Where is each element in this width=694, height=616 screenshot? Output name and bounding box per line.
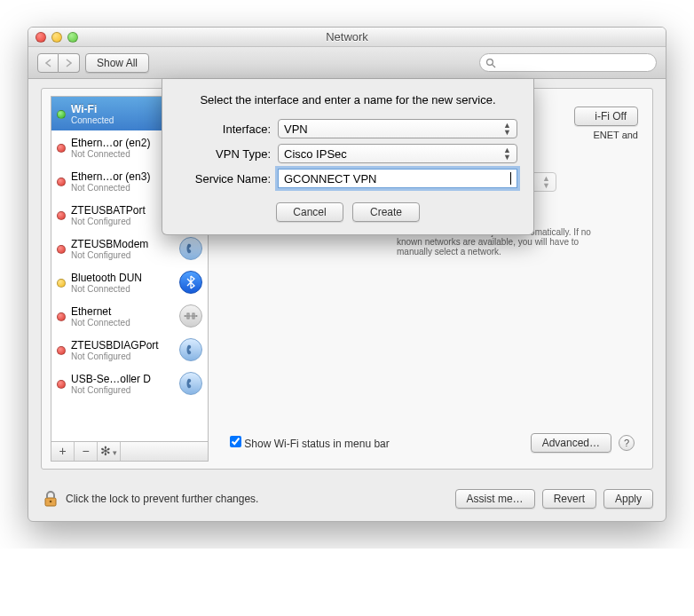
- service-name: ZTEUSBModem: [71, 238, 174, 250]
- popup-arrows-icon: ▲▼: [503, 122, 511, 136]
- service-name: Ethern…or (en2): [71, 137, 174, 149]
- status-dot-icon: [57, 380, 66, 389]
- show-status-label: Show Wi-Fi status in menu bar: [244, 438, 389, 450]
- chevron-left-icon: [44, 59, 52, 67]
- service-item-ztediag[interactable]: ZTEUSBDIAGPort Not Configured: [51, 333, 208, 367]
- text-caret-icon: [510, 172, 511, 185]
- service-list-toolbar: + − ✻: [51, 441, 208, 461]
- service-item-ethernet[interactable]: Ethernet Not Connected: [51, 299, 208, 333]
- service-status: Not Connected: [71, 284, 174, 294]
- detail-bottom-bar: Show Wi-Fi status in menu bar Advanced… …: [230, 433, 635, 453]
- svg-line-1: [493, 64, 495, 67]
- service-name-value: GCONNECT VPN: [284, 172, 377, 186]
- show-all-button[interactable]: Show All: [85, 53, 149, 73]
- service-name-input[interactable]: GCONNECT VPN: [278, 169, 517, 188]
- lock-icon: [41, 489, 60, 509]
- toolbar: Show All: [28, 47, 666, 79]
- service-name: Bluetooth DUN: [71, 272, 174, 284]
- service-name: ZTEUSBDIAGPort: [71, 339, 174, 351]
- lock-row[interactable]: Click the lock to prevent further change…: [41, 489, 258, 509]
- back-button[interactable]: [37, 53, 59, 73]
- interface-label: Interface:: [178, 122, 271, 136]
- status-note-fragment: ENET and: [574, 130, 638, 140]
- service-name-label: Service Name:: [178, 172, 271, 186]
- interface-popup[interactable]: VPN ▲▼: [278, 119, 517, 138]
- new-service-sheet: Select the interface and enter a name fo…: [162, 79, 534, 235]
- advanced-button[interactable]: Advanced…: [531, 433, 611, 453]
- search-icon: [485, 58, 496, 68]
- status-dot-icon: [57, 346, 66, 355]
- svg-point-0: [487, 59, 493, 65]
- chevron-right-icon: [65, 59, 73, 67]
- add-service-button[interactable]: +: [51, 442, 75, 461]
- service-status: Not Configured: [71, 385, 174, 395]
- checkbox-icon[interactable]: [230, 436, 241, 447]
- remove-service-button[interactable]: −: [75, 442, 98, 461]
- service-item-ztemodem[interactable]: ZTEUSBModem Not Configured: [51, 232, 208, 265]
- service-name: Ethern…or (en3): [71, 170, 174, 183]
- titlebar: Network: [28, 28, 666, 47]
- ethernet-icon: [179, 304, 202, 328]
- preferences-window: Network Show All: [28, 27, 666, 522]
- vpn-type-label: VPN Type:: [178, 147, 271, 161]
- service-status: Not Configured: [71, 351, 174, 361]
- phone-icon: [179, 372, 202, 395]
- status-dot-icon: [57, 144, 66, 153]
- service-name: ZTEUSBATPort: [71, 204, 174, 217]
- service-item-btdun[interactable]: Bluetooth DUN Not Connected: [51, 265, 208, 299]
- service-actions-button[interactable]: ✻: [98, 442, 121, 461]
- svg-point-4: [196, 315, 198, 317]
- service-name: USB-Se…oller D: [71, 373, 174, 385]
- lock-text: Click the lock to prevent further change…: [66, 493, 258, 505]
- cancel-button[interactable]: Cancel: [276, 202, 343, 222]
- window-title: Network: [28, 30, 666, 43]
- status-dot-icon: [57, 279, 66, 288]
- footer: Click the lock to prevent further change…: [28, 482, 666, 521]
- turn-wifi-off-button[interactable]: i-Fi Off: [574, 107, 638, 126]
- status-dot-icon: [57, 312, 66, 321]
- vpn-type-value: Cisco IPSec: [284, 147, 347, 161]
- service-status: Not Connected: [71, 149, 174, 159]
- phone-icon: [179, 237, 202, 260]
- search-field[interactable]: [479, 53, 657, 72]
- status-dot-icon: [57, 245, 66, 254]
- create-button[interactable]: Create: [352, 202, 420, 222]
- revert-button[interactable]: Revert: [542, 489, 596, 509]
- status-dot-icon: [57, 178, 66, 186]
- nav-back-forward: [37, 53, 80, 73]
- assist-me-button[interactable]: Assist me…: [455, 489, 535, 509]
- service-status: Not Connected: [71, 183, 174, 193]
- vpn-type-popup[interactable]: Cisco IPSec ▲▼: [278, 144, 517, 163]
- status-dot-icon: [57, 110, 66, 119]
- service-status: Not Configured: [71, 250, 174, 260]
- popup-arrows-icon: ▲▼: [503, 146, 511, 161]
- service-status: Not Configured: [71, 217, 174, 226]
- apply-button[interactable]: Apply: [603, 489, 653, 509]
- svg-point-6: [50, 501, 52, 503]
- bluetooth-icon: [179, 271, 202, 294]
- popup-arrows-icon: ▲▼: [542, 175, 550, 189]
- show-wifi-status-checkbox[interactable]: Show Wi-Fi status in menu bar: [230, 436, 390, 450]
- service-name: Ethernet: [71, 305, 174, 318]
- sheet-message: Select the interface and enter a name fo…: [178, 93, 517, 107]
- help-button[interactable]: ?: [619, 435, 635, 451]
- status-dot-icon: [57, 211, 66, 220]
- service-status: Not Connected: [71, 318, 174, 328]
- interface-value: VPN: [284, 122, 308, 136]
- phone-icon: [179, 338, 202, 361]
- forward-button[interactable]: [59, 53, 80, 73]
- service-item-usbserial[interactable]: USB-Se…oller D Not Configured: [51, 367, 208, 400]
- svg-point-3: [185, 315, 186, 317]
